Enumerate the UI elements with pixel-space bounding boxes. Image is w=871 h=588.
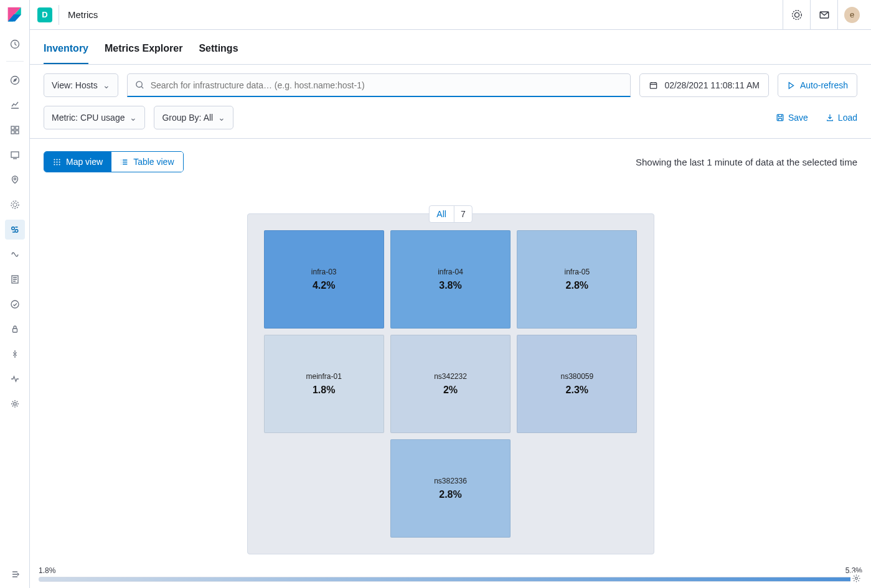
- date-picker[interactable]: 02/28/2021 11:08:11 AM: [639, 73, 769, 97]
- svg-rect-24: [777, 114, 783, 121]
- svg-rect-9: [11, 152, 19, 157]
- legend-min: 1.8%: [39, 566, 55, 575]
- groupby-selector-label: Group By: All: [162, 113, 213, 123]
- view-selector-label: View: Hosts: [52, 80, 98, 90]
- metric-selector[interactable]: Metric: CPU usage ⌄: [44, 106, 145, 129]
- svg-point-30: [59, 161, 60, 162]
- groupby-selector[interactable]: Group By: All ⌄: [154, 106, 233, 129]
- map-view-button[interactable]: Map view: [44, 152, 111, 172]
- host-tile[interactable]: ns342232 2%: [390, 335, 511, 433]
- kibana-logo[interactable]: [7, 6, 23, 22]
- nav-expand-icon[interactable]: [5, 564, 25, 584]
- table-view-button[interactable]: Table view: [111, 152, 182, 172]
- load-view-button[interactable]: Load: [826, 113, 857, 123]
- filter-bar: View: Hosts ⌄ 02/28/2021 11:08:11 AM Aut…: [30, 65, 871, 100]
- group-count: 7: [454, 206, 472, 222]
- nav-security-icon[interactable]: [5, 319, 25, 339]
- host-tile[interactable]: infra-04 3.8%: [390, 230, 511, 329]
- nav-mgmt-icon[interactable]: [5, 394, 25, 414]
- host-name: infra-03: [311, 268, 337, 276]
- date-value: 02/28/2021 11:08:11 AM: [664, 80, 760, 90]
- nav-canvas-icon[interactable]: [5, 145, 25, 165]
- host-value: 1.8%: [313, 385, 335, 396]
- svg-point-25: [54, 159, 55, 160]
- svg-point-10: [14, 178, 16, 180]
- host-tile[interactable]: meinfra-01 1.8%: [264, 335, 384, 433]
- search-input[interactable]: [151, 80, 623, 90]
- host-value: 2.8%: [566, 280, 588, 291]
- svg-point-18: [13, 403, 16, 405]
- chevron-down-icon: ⌄: [218, 113, 225, 123]
- svg-rect-7: [11, 131, 14, 134]
- newsfeed-icon[interactable]: [810, 0, 837, 30]
- svg-rect-23: [651, 82, 657, 88]
- host-name: ns382336: [434, 477, 467, 485]
- nav-apm-icon[interactable]: [5, 245, 25, 264]
- svg-point-32: [56, 164, 57, 165]
- svg-point-33: [59, 164, 60, 165]
- page-title: Metrics: [68, 9, 98, 20]
- svg-rect-5: [11, 126, 14, 129]
- svg-rect-8: [16, 131, 19, 134]
- svg-point-34: [855, 577, 858, 580]
- color-legend: 1.8% 5.3%: [39, 566, 862, 582]
- user-menu[interactable]: e: [837, 0, 865, 30]
- nav-recent-icon[interactable]: [5, 34, 25, 54]
- divider: [59, 5, 59, 25]
- host-tile[interactable]: ns382336 2.8%: [390, 439, 511, 538]
- save-icon: [776, 113, 784, 122]
- svg-point-14: [15, 230, 18, 233]
- group-badge[interactable]: All 7: [428, 205, 472, 223]
- save-label: Save: [788, 113, 808, 123]
- nav-visualize-icon[interactable]: [5, 95, 25, 115]
- import-icon: [826, 113, 834, 122]
- grid-icon: [53, 158, 61, 166]
- view-selector[interactable]: View: Hosts ⌄: [44, 73, 118, 97]
- nav-dev-icon[interactable]: [5, 344, 25, 364]
- svg-point-28: [54, 161, 55, 162]
- host-value: 4.2%: [313, 280, 335, 291]
- save-view-button[interactable]: Save: [776, 113, 808, 123]
- host-value: 3.8%: [439, 280, 461, 291]
- metric-selector-label: Metric: CPU usage: [52, 113, 125, 123]
- nav-maps-icon[interactable]: [5, 170, 25, 190]
- host-name: infra-05: [564, 268, 590, 276]
- autorefresh-button[interactable]: Auto-refresh: [778, 73, 857, 97]
- tab-settings[interactable]: Settings: [199, 43, 238, 64]
- host-tile[interactable]: infra-05 2.8%: [517, 230, 637, 329]
- chevron-down-icon: ⌄: [129, 113, 137, 123]
- view-toggle: Map view Table view: [44, 151, 184, 172]
- topbar: D Metrics e: [30, 0, 871, 30]
- nav-discover-icon[interactable]: [5, 70, 25, 90]
- host-name: meinfra-01: [306, 372, 341, 381]
- nav-ml-icon[interactable]: [5, 195, 25, 215]
- svg-point-20: [794, 12, 799, 17]
- host-name: ns342232: [434, 372, 467, 381]
- autorefresh-label: Auto-refresh: [800, 80, 848, 90]
- nav-rail: [0, 0, 30, 588]
- filter-bar-2: Metric: CPU usage ⌄ Group By: All ⌄ Save…: [30, 100, 871, 139]
- host-name: ns380059: [560, 372, 593, 381]
- tab-metrics-explorer[interactable]: Metrics Explorer: [105, 43, 182, 64]
- nav-uptime-icon[interactable]: [5, 294, 25, 314]
- map-view-label: Map view: [66, 157, 103, 167]
- host-value: 2.8%: [439, 489, 461, 500]
- nav-monitor-icon[interactable]: [5, 369, 25, 389]
- view-row: Map view Table view Showing the last 1 m…: [30, 139, 871, 176]
- svg-point-12: [11, 201, 19, 208]
- host-tile[interactable]: ns380059 2.3%: [517, 335, 637, 433]
- nav-dashboard-icon[interactable]: [5, 120, 25, 140]
- help-icon[interactable]: [783, 0, 810, 30]
- svg-point-13: [11, 227, 14, 230]
- legend-settings-icon[interactable]: [850, 572, 862, 584]
- svg-point-27: [59, 159, 60, 160]
- host-map-group: All 7 infra-03 4.2% infra-04 3.8% infra-…: [247, 213, 654, 554]
- svg-point-11: [13, 203, 17, 207]
- svg-point-16: [11, 301, 19, 308]
- tab-inventory[interactable]: Inventory: [44, 43, 88, 64]
- search-bar[interactable]: [127, 73, 631, 97]
- nav-logs-icon[interactable]: [5, 269, 25, 289]
- space-selector[interactable]: D: [37, 7, 52, 22]
- host-tile[interactable]: infra-03 4.2%: [264, 230, 384, 329]
- nav-observability-icon[interactable]: [5, 220, 25, 240]
